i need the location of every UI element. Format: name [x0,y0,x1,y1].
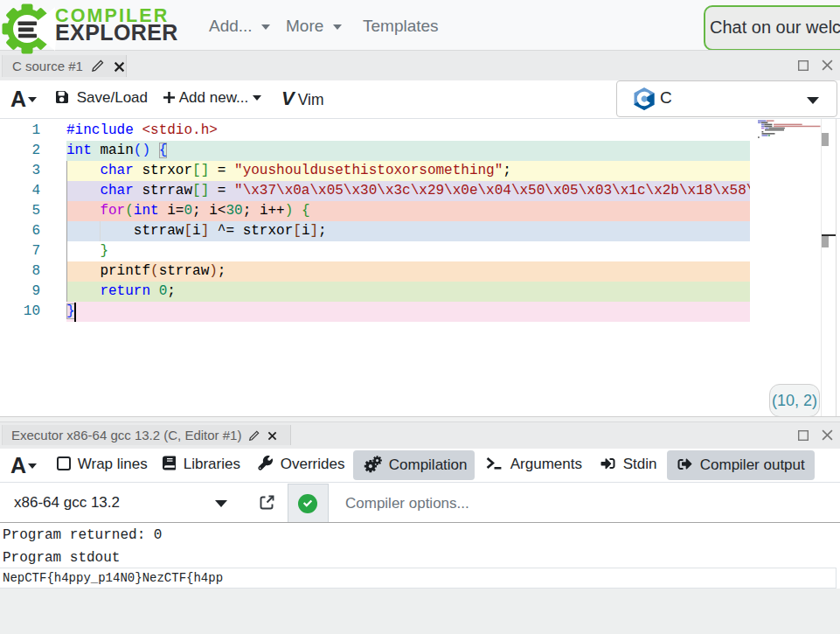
svg-text:EXPLORER: EXPLORER [55,20,178,45]
